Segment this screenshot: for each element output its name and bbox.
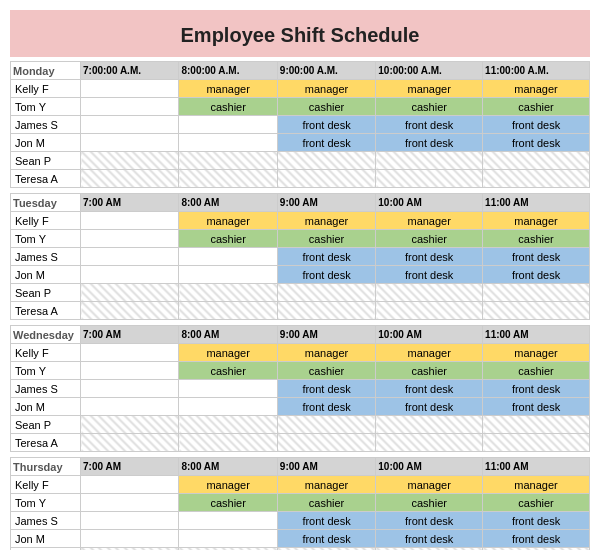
shift-cell [81, 302, 179, 320]
shift-cell: front desk [277, 398, 375, 416]
shift-cell [277, 302, 375, 320]
shift-cell: manager [376, 344, 483, 362]
shift-cell [81, 398, 179, 416]
shift-cell [81, 284, 179, 302]
shift-cell: front desk [376, 398, 483, 416]
shift-cell [81, 434, 179, 452]
employee-name: Sean P [11, 152, 81, 170]
shift-cell: manager [179, 476, 277, 494]
employee-name: Tom Y [11, 230, 81, 248]
table-row: James Sfront deskfront deskfront desk [11, 116, 590, 134]
time-header: 7:00:00 A.M. [81, 62, 179, 80]
shift-cell [179, 134, 277, 152]
employee-name: James S [11, 380, 81, 398]
table-row: Tom Ycashiercashiercashiercashier [11, 494, 590, 512]
employee-name: James S [11, 116, 81, 134]
employee-name: Teresa A [11, 434, 81, 452]
day-label: Wednesday [11, 326, 81, 344]
shift-cell: manager [179, 344, 277, 362]
shift-cell [81, 116, 179, 134]
employee-name: Tom Y [11, 494, 81, 512]
shift-cell [277, 170, 375, 188]
schedule-table: Monday7:00:00 A.M.8:00:00 A.M.9:00:00 A.… [10, 61, 590, 550]
shift-cell [81, 416, 179, 434]
shift-cell: cashier [483, 362, 590, 380]
table-row: Tom Ycashiercashiercashiercashier [11, 98, 590, 116]
shift-cell: manager [376, 80, 483, 98]
table-row: Jon Mfront deskfront deskfront desk [11, 398, 590, 416]
shift-cell [81, 266, 179, 284]
shift-cell [179, 434, 277, 452]
shift-cell: front desk [376, 116, 483, 134]
day-label: Thursday [11, 458, 81, 476]
table-row: Kelly Fmanagermanagermanagermanager [11, 212, 590, 230]
shift-cell [81, 230, 179, 248]
time-header: 11:00 AM [483, 326, 590, 344]
shift-cell: front desk [277, 116, 375, 134]
shift-cell [81, 476, 179, 494]
shift-cell: cashier [376, 98, 483, 116]
time-header: 9:00 AM [277, 458, 375, 476]
shift-cell [179, 302, 277, 320]
shift-cell: cashier [179, 230, 277, 248]
shift-cell: front desk [483, 530, 590, 548]
shift-cell [483, 416, 590, 434]
title-area: Employee Shift Schedule [10, 10, 590, 57]
shift-cell [81, 494, 179, 512]
employee-name: Tom Y [11, 362, 81, 380]
table-row: James Sfront deskfront deskfront desk [11, 380, 590, 398]
employee-name: Teresa A [11, 170, 81, 188]
shift-cell: cashier [376, 230, 483, 248]
shift-cell: cashier [483, 98, 590, 116]
employee-name: Sean P [11, 416, 81, 434]
page-title: Employee Shift Schedule [10, 24, 590, 47]
day-label: Monday [11, 62, 81, 80]
shift-cell: manager [277, 476, 375, 494]
time-header: 11:00:00 A.M. [483, 62, 590, 80]
shift-cell: manager [179, 80, 277, 98]
shift-cell: front desk [376, 512, 483, 530]
shift-cell: front desk [277, 530, 375, 548]
shift-cell: front desk [483, 398, 590, 416]
employee-name: Teresa A [11, 302, 81, 320]
employee-name: Kelly F [11, 476, 81, 494]
shift-cell [81, 152, 179, 170]
shift-cell: front desk [483, 380, 590, 398]
table-row: James Sfront deskfront deskfront desk [11, 512, 590, 530]
shift-cell: front desk [483, 134, 590, 152]
employee-name: Kelly F [11, 344, 81, 362]
shift-cell [179, 116, 277, 134]
shift-cell [277, 416, 375, 434]
time-header: 9:00 AM [277, 194, 375, 212]
shift-cell: cashier [179, 494, 277, 512]
shift-cell [483, 434, 590, 452]
shift-cell: cashier [376, 494, 483, 512]
employee-name: Sean P [11, 284, 81, 302]
shift-cell [376, 284, 483, 302]
shift-cell: manager [277, 80, 375, 98]
shift-cell [179, 512, 277, 530]
shift-cell [376, 416, 483, 434]
table-row: Jon Mfront deskfront deskfront desk [11, 134, 590, 152]
shift-cell [277, 152, 375, 170]
shift-cell [483, 152, 590, 170]
shift-cell: manager [277, 344, 375, 362]
shift-cell: front desk [277, 248, 375, 266]
shift-cell [81, 170, 179, 188]
employee-name: Kelly F [11, 80, 81, 98]
shift-cell [81, 344, 179, 362]
employee-name: Jon M [11, 266, 81, 284]
shift-cell [81, 98, 179, 116]
shift-cell: cashier [376, 362, 483, 380]
shift-cell: cashier [277, 98, 375, 116]
employee-name: Tom Y [11, 98, 81, 116]
shift-cell [483, 284, 590, 302]
shift-cell [179, 380, 277, 398]
table-row: Kelly Fmanagermanagermanagermanager [11, 476, 590, 494]
time-header: 8:00 AM [179, 458, 277, 476]
shift-cell [179, 152, 277, 170]
table-row: Sean P [11, 284, 590, 302]
shift-cell [81, 530, 179, 548]
shift-cell: cashier [277, 362, 375, 380]
shift-cell: cashier [277, 494, 375, 512]
